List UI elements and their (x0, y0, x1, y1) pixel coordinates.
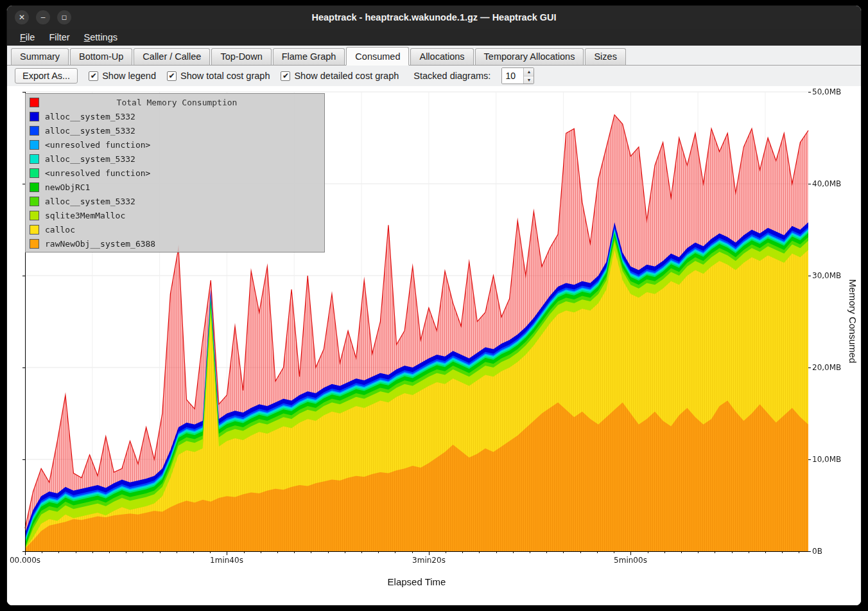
tab-allocations[interactable]: Allocations (410, 48, 473, 66)
legend-swatch (30, 140, 39, 150)
spin-down-icon: ▼ (526, 78, 531, 82)
y-axis-tick-label: 20,0MB (812, 363, 841, 372)
legend-swatch (30, 154, 39, 164)
close-button[interactable]: ✕ (15, 10, 29, 24)
checkmark-icon: ✔ (282, 72, 289, 80)
legend-swatch-total (30, 98, 39, 107)
tab-temporary-allocations[interactable]: Temporary Allocations (475, 48, 584, 66)
tab-consumed[interactable]: Consumed (346, 47, 409, 66)
checkmark-icon: ✔ (168, 72, 175, 80)
window-title: Heaptrack - heaptrack.wakunode.1.gz — He… (311, 12, 556, 22)
tab-caller-callee[interactable]: Caller / Callee (134, 48, 210, 66)
legend-swatch (30, 182, 39, 192)
spin-down-button[interactable]: ▼ (524, 76, 534, 84)
x-axis-tick-label: 5min00s (614, 556, 647, 565)
y-axis-tick-label: 0B (812, 547, 822, 556)
legend-swatch (30, 197, 39, 206)
toolbar: Export As... ✔ Show legend ✔ Show total … (7, 66, 861, 86)
legend-item: alloc__system_5332 (26, 109, 324, 123)
legend-swatch (30, 112, 39, 121)
minimize-button[interactable]: – (36, 10, 50, 24)
tab-sizes[interactable]: Sizes (585, 48, 625, 66)
y-axis-tick-label: 40,0MB (812, 179, 841, 188)
legend-item: newObjRC1 (26, 180, 324, 194)
show-detailed-cost-checkbox[interactable]: ✔ Show detailed cost graph (281, 71, 399, 81)
x-axis-title: Elapsed Time (388, 576, 446, 587)
spin-up-icon: ▲ (526, 69, 531, 74)
checkbox-label: Show legend (102, 71, 156, 81)
x-axis-tick-label: 3min20s (412, 556, 446, 565)
legend-swatch (30, 239, 39, 249)
legend-swatch (30, 225, 39, 235)
legend-item: alloc__system_5332 (26, 152, 324, 166)
legend-item: sqlite3MemMalloc (26, 208, 324, 222)
show-total-cost-checkbox[interactable]: ✔ Show total cost graph (167, 71, 270, 81)
heaptrack-window: ✕ – ◻ Heaptrack - heaptrack.wakunode.1.g… (6, 5, 862, 606)
checkbox-box[interactable]: ✔ (281, 71, 290, 81)
checkmark-icon: ✔ (91, 72, 97, 80)
stacked-diagrams-spinbox: ▲ ▼ (501, 67, 534, 84)
menubar: File Filter Settings (7, 29, 861, 46)
tab-bottom-up[interactable]: Bottom-Up (70, 48, 132, 66)
chart-legend: Total Memory Consumption alloc__system_5… (25, 93, 325, 252)
checkbox-label: Show detailed cost graph (294, 71, 399, 81)
maximize-button[interactable]: ◻ (57, 10, 71, 24)
menu-settings[interactable]: Settings (78, 30, 124, 44)
checkbox-box[interactable]: ✔ (167, 71, 177, 81)
legend-item: <unresolved function> (26, 166, 324, 180)
tab-bar: Summary Bottom-Up Caller / Callee Top-Do… (7, 46, 861, 66)
checkbox-label: Show total cost graph (180, 71, 270, 81)
stacked-diagrams-label: Stacked diagrams: (413, 71, 490, 81)
legend-item: <unresolved function> (26, 137, 324, 152)
legend-item: rawNewObj__system_6388 (26, 236, 324, 251)
stacked-diagrams-input[interactable] (502, 68, 523, 84)
tab-flame-graph[interactable]: Flame Graph (273, 48, 345, 66)
menu-file[interactable]: File (13, 30, 41, 44)
y-axis-tick-label: 50,0MB (812, 87, 841, 96)
close-icon: ✕ (19, 13, 25, 21)
minimize-icon: – (41, 13, 46, 21)
checkbox-box[interactable]: ✔ (89, 71, 98, 81)
y-axis-tick-label: 30,0MB (812, 271, 841, 280)
menu-filter[interactable]: Filter (42, 30, 76, 44)
x-axis-tick-label: 1min40s (210, 556, 243, 565)
window-controls: ✕ – ◻ (15, 6, 71, 29)
legend-swatch (30, 211, 39, 220)
show-legend-checkbox[interactable]: ✔ Show legend (89, 71, 156, 81)
legend-title: Total Memory Consumption (45, 98, 309, 107)
tab-summary[interactable]: Summary (11, 48, 69, 66)
y-axis-title: Memory Consumed (847, 279, 858, 364)
chart-area: Total Memory Consumption alloc__system_5… (7, 86, 861, 606)
maximize-icon: ◻ (62, 14, 67, 21)
export-as-button[interactable]: Export As... (15, 68, 78, 84)
tab-top-down[interactable]: Top-Down (211, 48, 271, 66)
legend-title-row: Total Memory Consumption (26, 95, 324, 109)
legend-item: alloc__system_5332 (26, 194, 324, 208)
titlebar[interactable]: ✕ – ◻ Heaptrack - heaptrack.wakunode.1.g… (7, 6, 861, 29)
spin-arrows: ▲ ▼ (523, 68, 534, 84)
legend-item: alloc__system_5332 (26, 123, 324, 137)
x-axis-tick-label: 00.000s (10, 556, 40, 565)
spin-up-button[interactable]: ▲ (524, 68, 534, 76)
legend-item: calloc (26, 222, 324, 236)
legend-swatch (30, 168, 39, 178)
legend-swatch (30, 126, 39, 136)
y-axis-tick-label: 10,0MB (812, 455, 841, 464)
